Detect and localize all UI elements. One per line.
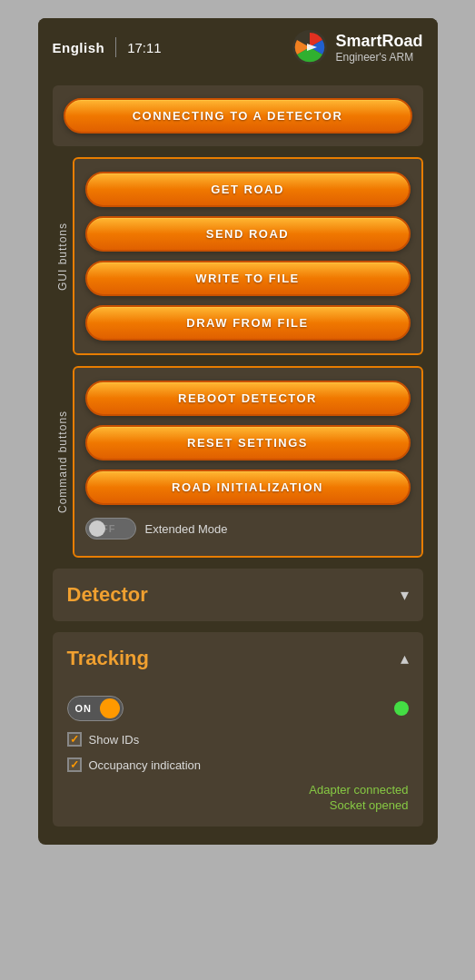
language-label: English bbox=[53, 40, 105, 55]
toggle-knob bbox=[89, 520, 105, 537]
socket-opened-text: Socket opened bbox=[330, 798, 409, 812]
app-title: SmartRoad bbox=[335, 32, 422, 51]
extended-mode-toggle[interactable]: OFF bbox=[85, 518, 136, 539]
logo-icon bbox=[292, 29, 328, 65]
tracking-title: Tracking bbox=[67, 647, 149, 670]
gui-buttons-box: GET ROAD SEND ROAD WRITE TO FILE DRAW FR… bbox=[73, 157, 423, 355]
main-content: CONNECTING TO A DETECTOR GUI buttons GET… bbox=[38, 76, 438, 845]
detector-header[interactable]: Detector ▾ bbox=[53, 569, 423, 621]
app-title-group: SmartRoad Engineer's ARM bbox=[335, 32, 422, 64]
header: English 17:11 SmartRoad Engineer's ARM bbox=[38, 18, 438, 76]
tracking-toggle-label: ON bbox=[75, 703, 93, 714]
occupancy-label: Occupancy indication bbox=[89, 758, 202, 772]
detector-chevron: ▾ bbox=[401, 585, 409, 605]
occupancy-row: Occupancy indication bbox=[67, 757, 409, 772]
detector-title: Detector bbox=[67, 583, 148, 607]
reset-settings-button[interactable]: RESET SETTINGS bbox=[85, 425, 411, 460]
show-ids-row: Show IDs bbox=[67, 732, 409, 747]
status-text-area: Adapter connected Socket opened bbox=[67, 783, 409, 812]
get-road-button[interactable]: GET ROAD bbox=[85, 172, 411, 207]
tracking-status-dot bbox=[394, 701, 409, 716]
app-subtitle: Engineer's ARM bbox=[335, 51, 413, 64]
gui-buttons-section: GUI buttons GET ROAD SEND ROAD WRITE TO … bbox=[53, 157, 423, 355]
extended-mode-row: OFF Extended Mode bbox=[85, 514, 411, 543]
write-to-file-button[interactable]: WRITE TO FILE bbox=[85, 261, 411, 296]
tracking-body: ON Show IDs Occupancy indication bbox=[53, 685, 423, 827]
extended-mode-label: Extended Mode bbox=[145, 522, 228, 536]
tracking-section: Tracking ▴ ON Show IDs bbox=[53, 632, 423, 827]
connect-section: CONNECTING TO A DETECTOR bbox=[53, 85, 423, 146]
tracking-toggle-knob bbox=[100, 698, 120, 718]
tracking-toggle[interactable]: ON bbox=[67, 696, 124, 721]
header-divider bbox=[115, 37, 116, 57]
road-initialization-button[interactable]: ROAD INITIALIZATION bbox=[85, 470, 411, 505]
connect-button[interactable]: CONNECTING TO A DETECTOR bbox=[64, 98, 412, 134]
detector-section: Detector ▾ bbox=[53, 569, 423, 621]
show-ids-label: Show IDs bbox=[89, 733, 140, 747]
tracking-header[interactable]: Tracking ▴ bbox=[53, 632, 423, 685]
occupancy-checkbox[interactable] bbox=[67, 757, 82, 772]
command-buttons-section: Command buttons REBOOT DETECTOR RESET SE… bbox=[53, 366, 423, 558]
gui-buttons-label: GUI buttons bbox=[53, 157, 73, 355]
tracking-chevron: ▴ bbox=[401, 648, 409, 668]
draw-from-file-button[interactable]: DRAW FROM FILE bbox=[85, 305, 411, 341]
adapter-connected-text: Adapter connected bbox=[309, 783, 408, 797]
send-road-button[interactable]: SEND ROAD bbox=[85, 216, 411, 252]
logo-area: SmartRoad Engineer's ARM bbox=[292, 29, 422, 65]
show-ids-checkbox[interactable] bbox=[67, 732, 82, 747]
reboot-detector-button[interactable]: REBOOT DETECTOR bbox=[85, 381, 411, 416]
time-display: 17:11 bbox=[127, 40, 162, 55]
command-buttons-label: Command buttons bbox=[53, 366, 73, 558]
command-buttons-box: REBOOT DETECTOR RESET SETTINGS ROAD INIT… bbox=[73, 366, 423, 558]
app-container: English 17:11 SmartRoad Engineer's ARM bbox=[38, 18, 438, 845]
tracking-toggle-row: ON bbox=[67, 696, 409, 721]
